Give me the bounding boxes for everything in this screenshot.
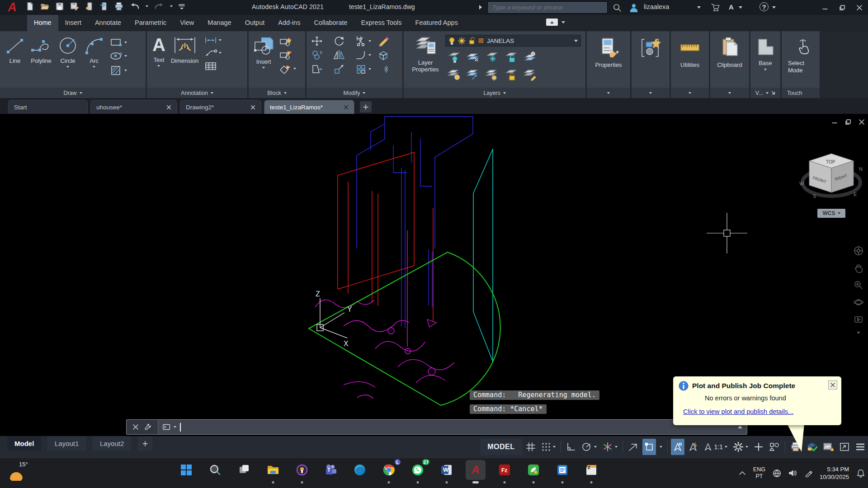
rotate-tool[interactable] <box>333 36 354 47</box>
polar-tracking-button[interactable] <box>580 439 599 455</box>
rectangle-dropdown-icon[interactable] <box>124 42 127 43</box>
tab-parametric[interactable]: Parametric <box>128 15 173 31</box>
properties-button[interactable]: Properties <box>587 31 630 68</box>
offset-tool[interactable] <box>377 64 398 75</box>
circle-tool[interactable]: Circle <box>57 36 79 76</box>
pen-icon[interactable] <box>805 469 812 477</box>
rectangle-tool[interactable] <box>109 38 127 47</box>
ribbon-minimize-button[interactable] <box>546 19 558 26</box>
task-view-button[interactable] <box>234 460 254 480</box>
navbar-dropdown-icon[interactable] <box>857 332 860 334</box>
plot-icon[interactable] <box>114 2 124 11</box>
customization-gear-button[interactable] <box>731 439 750 455</box>
block-panel-label[interactable]: Block <box>249 88 305 98</box>
file-tab-drawing2[interactable]: Drawing2* <box>180 100 261 114</box>
new-drawing-tab-button[interactable] <box>360 101 372 113</box>
file-tab-teste1[interactable]: teste1_LizaRamos* <box>264 100 354 114</box>
fillet-dropdown-icon[interactable] <box>368 54 371 56</box>
compass-north-label[interactable]: N <box>859 166 863 172</box>
nav-wheel-icon[interactable] <box>854 246 863 256</box>
object-snap-tracking-button[interactable] <box>626 439 641 455</box>
create-block-tool[interactable] <box>278 37 296 47</box>
command-close-icon[interactable] <box>133 424 138 430</box>
notification-bell-icon[interactable] <box>856 469 865 478</box>
file-tab-start[interactable]: Start <box>8 100 88 114</box>
clipboard-button[interactable]: Clipboard <box>710 31 749 68</box>
user-dropdown-icon[interactable] <box>697 6 701 9</box>
filezilla-icon[interactable]: Fz <box>495 460 514 480</box>
weather-widget[interactable]: 15° <box>6 461 42 485</box>
leader-tool[interactable] <box>204 48 222 57</box>
trim-dropdown-icon[interactable] <box>368 40 371 42</box>
properties-panel-label[interactable] <box>587 88 630 98</box>
clipboard-panel-label[interactable] <box>710 88 749 98</box>
leader-dropdown-icon[interactable] <box>219 52 222 54</box>
erase-tool[interactable] <box>377 36 398 47</box>
clock-widget[interactable]: 5:34 PM 10/30/2025 <box>820 465 849 481</box>
base-panel-label[interactable]: V... <box>750 88 780 98</box>
layer-isolate-tool[interactable] <box>466 51 481 63</box>
share-dropdown-icon[interactable] <box>739 6 742 9</box>
ucs-icon[interactable]: Z Y X <box>316 290 352 347</box>
viewcube-top-label[interactable]: TOP <box>826 160 835 164</box>
draw-panel-label[interactable]: Draw <box>0 88 146 98</box>
annotation-autoscale-button[interactable] <box>686 439 700 455</box>
add-status-button[interactable] <box>752 439 765 455</box>
circle-dropdown-icon[interactable] <box>66 66 69 68</box>
green-app-icon[interactable] <box>524 460 543 480</box>
tab-featured-apps[interactable]: Featured Apps <box>409 15 465 31</box>
help-dropdown-icon[interactable] <box>772 6 776 9</box>
model-tab[interactable]: Model <box>7 436 41 451</box>
groups-button[interactable] <box>632 31 670 61</box>
line-tool[interactable]: Line <box>5 36 25 76</box>
open-from-mobile-icon[interactable] <box>99 2 108 11</box>
tab-insert[interactable]: Insert <box>58 15 88 31</box>
drawing-canvas[interactable]: Z Y X TOP FRONT RIGHT W S E N <box>0 114 868 436</box>
maximize-button[interactable] <box>834 0 851 15</box>
layer-dropdown[interactable]: JANELAS <box>445 35 581 47</box>
layer-match-tool[interactable] <box>466 68 481 81</box>
orbit-icon[interactable] <box>854 297 863 307</box>
close-tab-icon[interactable] <box>166 105 171 110</box>
user-name[interactable]: lizaalexa <box>644 3 669 10</box>
command-recent-icon[interactable] <box>163 423 172 431</box>
attributes-dropdown-icon[interactable] <box>293 68 296 70</box>
compass-east-label[interactable]: E <box>854 192 857 197</box>
command-dropdown-icon[interactable] <box>174 426 176 428</box>
user-avatar-icon[interactable] <box>629 3 638 12</box>
fillet-tool[interactable] <box>355 50 376 61</box>
grid-display-button[interactable] <box>524 439 538 455</box>
word-icon[interactable]: W <box>437 460 457 480</box>
insert-block-tool[interactable]: Insert <box>252 36 275 74</box>
tab-home[interactable]: Home <box>27 15 58 31</box>
undo-icon[interactable] <box>129 2 140 11</box>
layer-on-icon[interactable] <box>448 37 455 45</box>
teams-icon[interactable]: T <box>321 460 341 480</box>
ellipse-dropdown-icon[interactable] <box>124 55 127 57</box>
share-app-icon[interactable]: A <box>729 3 734 11</box>
tab-annotate[interactable]: Annotate <box>88 15 128 31</box>
tab-view[interactable]: View <box>173 15 201 31</box>
tab-manage[interactable]: Manage <box>201 15 238 31</box>
new-layout-button[interactable] <box>138 436 152 451</box>
cart-icon[interactable] <box>711 3 720 12</box>
open-file-icon[interactable] <box>40 2 50 11</box>
edit-block-tool[interactable] <box>278 50 296 60</box>
compass-west-label[interactable]: W <box>799 181 804 186</box>
notes-app-icon[interactable] <box>552 460 572 480</box>
table-tool[interactable] <box>204 61 222 71</box>
object-snap-button[interactable] <box>642 439 656 455</box>
network-icon[interactable] <box>773 469 781 478</box>
isometric-drafting-button[interactable] <box>600 439 619 455</box>
trim-tool[interactable] <box>355 36 376 47</box>
layer-make-current-tool[interactable] <box>523 51 538 63</box>
command-expand-icon[interactable] <box>738 426 742 428</box>
file-tab-uhousee[interactable]: uhousee* <box>90 100 177 114</box>
title-arrow-icon[interactable] <box>479 5 482 9</box>
text-tool[interactable]: A Text <box>152 35 165 71</box>
object-snap-dropdown[interactable] <box>658 439 664 455</box>
linear-dimension-tool[interactable] <box>204 36 222 45</box>
viewcube[interactable]: TOP FRONT RIGHT W S E N <box>799 154 863 199</box>
snap-mode-button[interactable] <box>539 439 557 455</box>
isolate-objects-button[interactable] <box>767 439 782 455</box>
